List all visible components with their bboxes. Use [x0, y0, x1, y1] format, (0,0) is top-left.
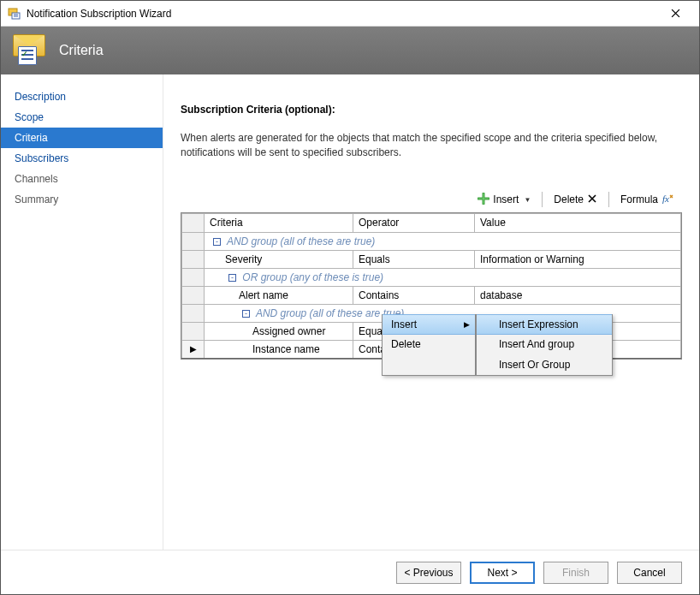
- ctx-item-insert[interactable]: Insert ▶: [383, 314, 475, 335]
- group-cell[interactable]: - OR group (any of these is true): [205, 268, 681, 286]
- row-header: ▶: [182, 340, 205, 358]
- nav-item-channels[interactable]: Channels: [1, 169, 163, 189]
- header-criteria[interactable]: Criteria: [205, 213, 353, 232]
- nav-item-scope[interactable]: Scope: [1, 107, 163, 128]
- formula-button[interactable]: Formula fx: [615, 190, 679, 210]
- grid-row[interactable]: - OR group (any of these is true): [182, 268, 681, 286]
- value-cell[interactable]: database: [475, 286, 681, 304]
- criteria-cell[interactable]: Assigned owner: [205, 322, 353, 340]
- group-label: AND group (all of these are true): [224, 235, 375, 247]
- ctx-item-label: Insert Or Group: [499, 359, 570, 371]
- header-operator[interactable]: Operator: [353, 213, 475, 232]
- nav-item-description[interactable]: Description: [1, 86, 163, 107]
- ctx-item-label: Insert: [391, 318, 417, 330]
- plus-icon: [478, 193, 489, 207]
- header-value[interactable]: Value: [475, 213, 681, 232]
- row-header: [182, 232, 205, 250]
- nav-item-criteria[interactable]: Criteria: [1, 128, 163, 148]
- delete-icon: [587, 193, 597, 206]
- ctx-item-insert-and-group[interactable]: Insert And group: [477, 334, 612, 354]
- collapse-icon[interactable]: -: [228, 274, 236, 282]
- ctx-item-label: Delete: [391, 338, 421, 350]
- previous-button[interactable]: < Previous: [396, 562, 461, 584]
- group-cell[interactable]: - AND group (all of these are true): [205, 232, 681, 250]
- banner: ✓ Criteria: [1, 27, 699, 74]
- cancel-button[interactable]: Cancel: [617, 562, 682, 584]
- toolbar-separator: [608, 192, 609, 207]
- close-button[interactable]: [658, 2, 692, 26]
- dropdown-arrow-icon: ▼: [524, 196, 531, 204]
- value-cell[interactable]: Information or Warning: [475, 250, 681, 268]
- row-header: [182, 268, 205, 286]
- criteria-cell[interactable]: Alert name: [205, 286, 353, 304]
- insert-button[interactable]: Insert ▼: [472, 190, 536, 210]
- row-header: [182, 286, 205, 304]
- banner-title: Criteria: [59, 43, 104, 58]
- title-bar: Notification Subscription Wizard: [1, 1, 699, 27]
- collapse-icon[interactable]: -: [213, 238, 221, 246]
- app-icon: [8, 7, 21, 21]
- formula-icon: fx: [661, 193, 673, 207]
- criteria-cell[interactable]: Severity: [205, 250, 353, 268]
- context-menu-level1: Insert ▶ Delete: [382, 314, 476, 376]
- wizard-footer: < Previous Next > Finish Cancel: [1, 550, 699, 594]
- section-description: When alerts are generated for the object…: [181, 131, 660, 161]
- ctx-item-delete[interactable]: Delete: [383, 334, 475, 354]
- grid-row[interactable]: SeverityEqualsInformation or Warning: [182, 250, 681, 268]
- nav-item-summary[interactable]: Summary: [1, 189, 163, 210]
- row-header: [182, 250, 205, 268]
- grid-header-row: Criteria Operator Value: [182, 213, 681, 232]
- ctx-item-label: Insert And group: [499, 338, 574, 350]
- delete-label: Delete: [554, 193, 584, 205]
- criteria-cell[interactable]: Instance name: [205, 340, 353, 358]
- ctx-item-label: Insert Expression: [499, 318, 578, 330]
- group-label: OR group (any of these is true): [240, 271, 383, 283]
- wizard-nav: Description Scope Criteria Subscribers C…: [1, 74, 163, 550]
- grid-row[interactable]: Alert nameContainsdatabase: [182, 286, 681, 304]
- window-title: Notification Subscription Wizard: [27, 8, 658, 20]
- ctx-item-insert-expression[interactable]: Insert Expression: [477, 314, 612, 335]
- section-heading: Subscription Criteria (optional):: [181, 104, 682, 116]
- wizard-icon: ✓: [13, 34, 49, 67]
- toolbar-separator: [542, 192, 543, 207]
- context-menu: Insert ▶ Delete Insert Expression Insert…: [382, 314, 613, 376]
- context-menu-level2: Insert Expression Insert And group Inser…: [476, 314, 613, 376]
- operator-cell[interactable]: Equals: [353, 250, 475, 268]
- delete-button[interactable]: Delete: [549, 191, 602, 209]
- insert-label: Insert: [493, 193, 519, 205]
- finish-button: Finish: [543, 562, 608, 584]
- collapse-icon[interactable]: -: [242, 310, 250, 318]
- criteria-toolbar: Insert ▼ Delete Formula fx: [181, 190, 682, 210]
- operator-cell[interactable]: Contains: [353, 286, 475, 304]
- nav-item-subscribers[interactable]: Subscribers: [1, 148, 163, 169]
- svg-text:fx: fx: [662, 193, 669, 204]
- row-header: [182, 304, 205, 322]
- submenu-arrow-icon: ▶: [464, 320, 470, 329]
- formula-label: Formula: [620, 193, 658, 205]
- row-header-corner: [182, 213, 205, 232]
- ctx-item-insert-or-group[interactable]: Insert Or Group: [477, 354, 612, 375]
- content-pane: Subscription Criteria (optional): When a…: [163, 74, 699, 550]
- next-button[interactable]: Next >: [470, 562, 535, 584]
- row-header: [182, 322, 205, 340]
- grid-row[interactable]: - AND group (all of these are true): [182, 232, 681, 250]
